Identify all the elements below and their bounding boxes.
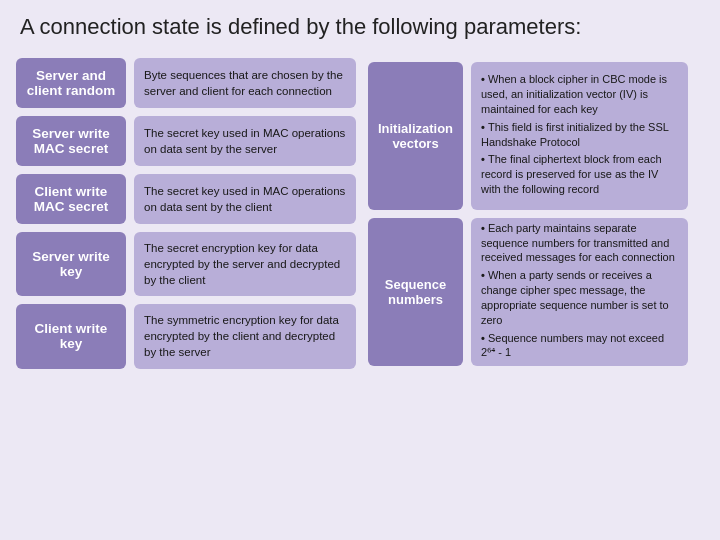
desc-seq-numbers: Each party maintains separate sequence n…	[471, 218, 688, 366]
init-bullets: When a block cipher in CBC mode is used,…	[481, 72, 678, 200]
seq-bullet-3: Sequence numbers may not exceed 2⁶⁴ - 1	[481, 331, 678, 361]
desc-server-write-key: The secret encryption key for data encry…	[134, 232, 356, 296]
seq-bullets: Each party maintains separate sequence n…	[481, 221, 678, 364]
label-server-write-key: Server write key	[16, 232, 126, 296]
label-client-write-mac: Client write MAC secret	[16, 174, 126, 224]
section-init-vectors: Initialization vectors When a block ciph…	[368, 62, 688, 210]
desc-client-write-mac: The secret key used in MAC operations on…	[134, 174, 356, 224]
init-bullet-1: When a block cipher in CBC mode is used,…	[481, 72, 678, 117]
header: A connection state is defined by the fol…	[0, 0, 720, 50]
main-content: Server and client random Byte sequences …	[0, 50, 720, 377]
desc-server-write-mac: The secret key used in MAC operations on…	[134, 116, 356, 166]
page: A connection state is defined by the fol…	[0, 0, 720, 540]
label-init-vectors: Initialization vectors	[368, 62, 463, 210]
right-column: Initialization vectors When a block ciph…	[368, 58, 688, 369]
row-client-write-mac: Client write MAC secret The secret key u…	[16, 174, 356, 224]
left-column: Server and client random Byte sequences …	[16, 58, 356, 369]
desc-server-client-random: Byte sequences that are chosen by the se…	[134, 58, 356, 108]
init-bullet-2: This field is first initialized by the S…	[481, 120, 678, 150]
label-seq-numbers: Sequence numbers	[368, 218, 463, 366]
desc-client-write-key: The symmetric encryption key for data en…	[134, 304, 356, 368]
seq-bullet-1: Each party maintains separate sequence n…	[481, 221, 678, 266]
seq-bullet-2: When a party sends or receives a change …	[481, 268, 678, 327]
row-server-client-random: Server and client random Byte sequences …	[16, 58, 356, 108]
row-server-write-key: Server write key The secret encryption k…	[16, 232, 356, 296]
row-client-write-key: Client write key The symmetric encryptio…	[16, 304, 356, 368]
row-server-write-mac: Server write MAC secret The secret key u…	[16, 116, 356, 166]
section-seq-numbers: Sequence numbers Each party maintains se…	[368, 218, 688, 366]
init-bullet-3: The final ciphertext block from each rec…	[481, 152, 678, 197]
desc-init-vectors: When a block cipher in CBC mode is used,…	[471, 62, 688, 210]
page-title: A connection state is defined by the fol…	[20, 14, 700, 40]
label-server-client-random: Server and client random	[16, 58, 126, 108]
label-client-write-key: Client write key	[16, 304, 126, 368]
label-server-write-mac: Server write MAC secret	[16, 116, 126, 166]
